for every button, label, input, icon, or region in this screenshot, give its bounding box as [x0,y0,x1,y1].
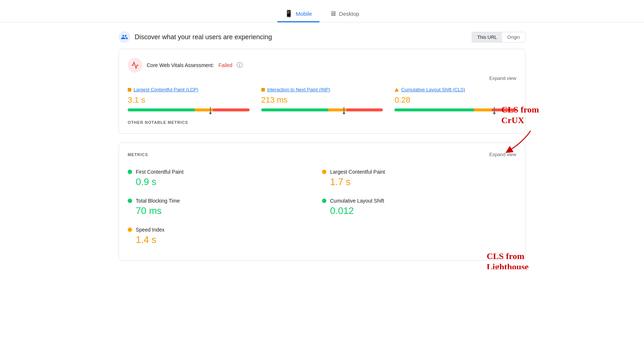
cls-value: 0.28 [394,95,516,105]
cwv-icon [128,58,142,73]
inp-bar-track [261,108,383,111]
inp-icon [261,88,265,92]
fcp-value: 0.9 s [128,176,322,188]
inp-metric: Interaction to Next Paint (INP) 213 ms [261,87,383,111]
lcp-icon [128,88,131,92]
lighthouse-right-col: Largest Contentful Paint 1.7 s Cumulativ… [322,165,516,251]
cls-metric: Cumulative Layout Shift (CLS) 0.28 [394,87,516,111]
header-left: Discover what your real users are experi… [119,31,272,43]
inp-label[interactable]: Interaction to Next Paint (INP) [261,87,383,92]
si-header: Speed Index [128,227,322,233]
cls-bar-red [492,108,516,111]
si-name: Speed Index [136,227,165,233]
page-title: Discover what your real users are experi… [135,33,272,41]
tab-bar: 📱 Mobile 🖥 Desktop [0,0,644,22]
origin-button[interactable]: Origin [502,32,525,42]
inp-bar [261,108,383,111]
cwv-expand-link[interactable]: Expand view [128,75,516,81]
lh-lcp-value: 1.7 s [322,176,516,188]
inp-bar-green [261,108,328,111]
lh-cls-value: 0.012 [322,205,516,217]
tbt-value: 70 ms [128,205,322,217]
header-row: Discover what your real users are experi… [119,31,525,43]
cls-bar [394,108,516,111]
cwv-status: Failed [218,62,232,68]
lighthouse-expand-link[interactable]: Expand view [489,152,516,157]
tab-desktop[interactable]: 🖥 Desktop [322,6,367,22]
cls-label[interactable]: Cumulative Layout Shift (CLS) [394,87,516,92]
tab-desktop-label: Desktop [339,11,359,17]
other-notable-label: OTHER NOTABLE METRICS [128,120,516,125]
lh-lcp-dot [322,170,326,174]
lcp-bar-red [213,108,250,111]
inp-bar-red [347,108,383,111]
fcp-metric: First Contentful Paint 0.9 s [128,165,322,193]
lighthouse-left-col: First Contentful Paint 0.9 s Total Block… [128,165,322,251]
tbt-name: Total Blocking Time [136,198,180,204]
tab-mobile-label: Mobile [296,11,312,17]
fcp-header: First Contentful Paint [128,169,322,175]
tbt-dot [128,199,132,203]
users-icon [119,31,130,43]
lcp-bar-green [128,108,195,111]
inp-value: 213 ms [261,95,383,105]
cls-bar-track [394,108,516,111]
fcp-dot [128,170,132,174]
inp-bar-marker [344,107,344,113]
cwv-card: Core Web Vitals Assessment: Failed ⓘ Exp… [119,49,525,134]
this-url-button[interactable]: This URL [472,32,502,42]
metrics-section-header: METRICS Expand view [128,152,516,157]
cls-bar-marker [494,107,495,113]
lh-lcp-name: Largest Contentful Paint [330,169,385,175]
lh-cls-dot [322,199,326,203]
desktop-icon: 🖥 [330,10,336,18]
lcp-label[interactable]: Largest Contentful Paint (LCP) [128,87,250,92]
si-metric: Speed Index 1.4 s [128,222,322,251]
tab-mobile[interactable]: 📱 Mobile [277,6,319,22]
si-dot [128,228,132,232]
cls-bar-orange [474,108,492,111]
lcp-bar-marker [210,107,211,113]
lcp-metric: Largest Contentful Paint (LCP) 3.1 s [128,87,250,111]
cwv-header: Core Web Vitals Assessment: Failed ⓘ [128,58,516,73]
mobile-icon: 📱 [285,10,293,18]
lcp-bar [128,108,250,111]
cwv-metrics-row: Largest Contentful Paint (LCP) 3.1 s [128,87,516,111]
cls-bar-green [394,108,473,111]
tbt-metric: Total Blocking Time 70 ms [128,193,322,222]
tbt-header: Total Blocking Time [128,198,322,204]
lh-cls-header: Cumulative Layout Shift [322,198,516,204]
lcp-value: 3.1 s [128,95,250,105]
help-icon[interactable]: ⓘ [237,62,243,69]
lighthouse-metrics-grid: First Contentful Paint 0.9 s Total Block… [128,165,516,251]
lh-cls-metric: Cumulative Layout Shift 0.012 [322,193,516,222]
lh-cls-name: Cumulative Layout Shift [330,198,384,204]
metrics-section-title: METRICS [128,152,148,157]
cls-icon [394,88,399,92]
si-value: 1.4 s [128,234,322,245]
lighthouse-card: METRICS Expand view First Contentful Pai… [119,143,525,261]
lh-lcp-header: Largest Contentful Paint [322,169,516,175]
lh-lcp-metric: Largest Contentful Paint 1.7 s [322,165,516,193]
cwv-title: Core Web Vitals Assessment: [147,62,214,68]
fcp-name: First Contentful Paint [136,169,184,175]
lcp-bar-track [128,108,250,111]
url-origin-toggle[interactable]: This URL Origin [472,32,525,43]
